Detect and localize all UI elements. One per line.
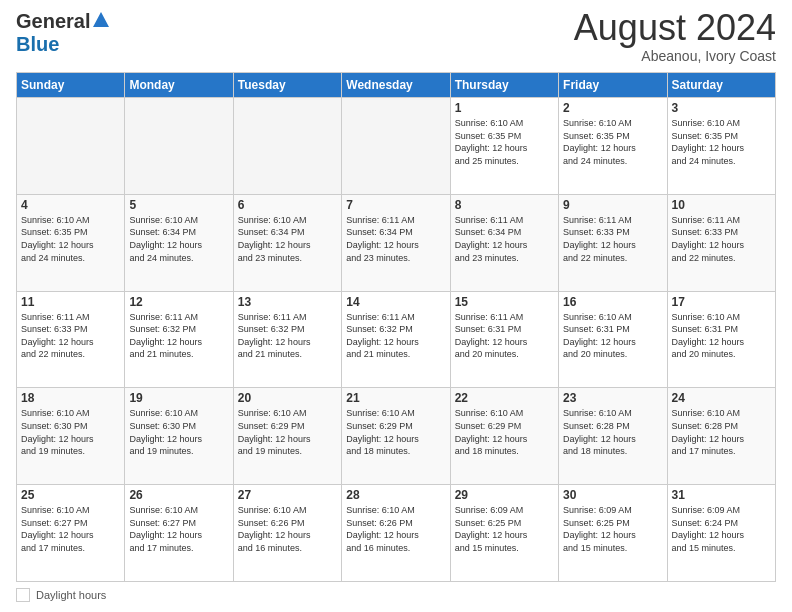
day-info: Sunrise: 6:11 AM Sunset: 6:34 PM Dayligh… bbox=[455, 214, 554, 264]
day-info: Sunrise: 6:10 AM Sunset: 6:29 PM Dayligh… bbox=[346, 407, 445, 457]
table-row: 1Sunrise: 6:10 AM Sunset: 6:35 PM Daylig… bbox=[450, 98, 558, 195]
table-row: 27Sunrise: 6:10 AM Sunset: 6:26 PM Dayli… bbox=[233, 485, 341, 582]
day-info: Sunrise: 6:10 AM Sunset: 6:30 PM Dayligh… bbox=[129, 407, 228, 457]
table-row: 16Sunrise: 6:10 AM Sunset: 6:31 PM Dayli… bbox=[559, 291, 667, 388]
day-number: 27 bbox=[238, 488, 337, 502]
table-row: 24Sunrise: 6:10 AM Sunset: 6:28 PM Dayli… bbox=[667, 388, 775, 485]
day-info: Sunrise: 6:10 AM Sunset: 6:31 PM Dayligh… bbox=[672, 311, 771, 361]
day-info: Sunrise: 6:10 AM Sunset: 6:26 PM Dayligh… bbox=[238, 504, 337, 554]
day-info: Sunrise: 6:11 AM Sunset: 6:34 PM Dayligh… bbox=[346, 214, 445, 264]
table-row: 6Sunrise: 6:10 AM Sunset: 6:34 PM Daylig… bbox=[233, 194, 341, 291]
day-number: 20 bbox=[238, 391, 337, 405]
logo-row1: General bbox=[16, 10, 110, 33]
day-info: Sunrise: 6:11 AM Sunset: 6:33 PM Dayligh… bbox=[563, 214, 662, 264]
day-number: 7 bbox=[346, 198, 445, 212]
day-number: 19 bbox=[129, 391, 228, 405]
day-number: 13 bbox=[238, 295, 337, 309]
table-row: 15Sunrise: 6:11 AM Sunset: 6:31 PM Dayli… bbox=[450, 291, 558, 388]
table-row bbox=[125, 98, 233, 195]
day-info: Sunrise: 6:09 AM Sunset: 6:25 PM Dayligh… bbox=[455, 504, 554, 554]
table-row: 21Sunrise: 6:10 AM Sunset: 6:29 PM Dayli… bbox=[342, 388, 450, 485]
col-saturday: Saturday bbox=[667, 73, 775, 98]
col-friday: Friday bbox=[559, 73, 667, 98]
day-number: 6 bbox=[238, 198, 337, 212]
day-number: 5 bbox=[129, 198, 228, 212]
day-info: Sunrise: 6:10 AM Sunset: 6:35 PM Dayligh… bbox=[21, 214, 120, 264]
day-info: Sunrise: 6:10 AM Sunset: 6:35 PM Dayligh… bbox=[672, 117, 771, 167]
day-number: 8 bbox=[455, 198, 554, 212]
day-number: 4 bbox=[21, 198, 120, 212]
day-info: Sunrise: 6:11 AM Sunset: 6:31 PM Dayligh… bbox=[455, 311, 554, 361]
day-info: Sunrise: 6:10 AM Sunset: 6:27 PM Dayligh… bbox=[129, 504, 228, 554]
day-number: 16 bbox=[563, 295, 662, 309]
day-info: Sunrise: 6:11 AM Sunset: 6:32 PM Dayligh… bbox=[346, 311, 445, 361]
day-info: Sunrise: 6:11 AM Sunset: 6:33 PM Dayligh… bbox=[21, 311, 120, 361]
table-row bbox=[17, 98, 125, 195]
logo: General Blue bbox=[16, 10, 110, 56]
day-info: Sunrise: 6:11 AM Sunset: 6:32 PM Dayligh… bbox=[129, 311, 228, 361]
footer-box bbox=[16, 588, 30, 602]
day-info: Sunrise: 6:10 AM Sunset: 6:27 PM Dayligh… bbox=[21, 504, 120, 554]
calendar-table: Sunday Monday Tuesday Wednesday Thursday… bbox=[16, 72, 776, 582]
day-number: 31 bbox=[672, 488, 771, 502]
logo-row2: Blue bbox=[16, 33, 59, 56]
table-row bbox=[342, 98, 450, 195]
table-row: 25Sunrise: 6:10 AM Sunset: 6:27 PM Dayli… bbox=[17, 485, 125, 582]
day-info: Sunrise: 6:10 AM Sunset: 6:26 PM Dayligh… bbox=[346, 504, 445, 554]
table-row: 4Sunrise: 6:10 AM Sunset: 6:35 PM Daylig… bbox=[17, 194, 125, 291]
day-number: 26 bbox=[129, 488, 228, 502]
day-number: 1 bbox=[455, 101, 554, 115]
table-row: 22Sunrise: 6:10 AM Sunset: 6:29 PM Dayli… bbox=[450, 388, 558, 485]
table-row: 29Sunrise: 6:09 AM Sunset: 6:25 PM Dayli… bbox=[450, 485, 558, 582]
day-number: 10 bbox=[672, 198, 771, 212]
table-row: 5Sunrise: 6:10 AM Sunset: 6:34 PM Daylig… bbox=[125, 194, 233, 291]
day-number: 9 bbox=[563, 198, 662, 212]
day-info: Sunrise: 6:10 AM Sunset: 6:29 PM Dayligh… bbox=[238, 407, 337, 457]
logo-icon bbox=[92, 11, 110, 29]
day-number: 25 bbox=[21, 488, 120, 502]
footer: Daylight hours bbox=[16, 588, 776, 602]
calendar-week-row: 25Sunrise: 6:10 AM Sunset: 6:27 PM Dayli… bbox=[17, 485, 776, 582]
calendar-week-row: 1Sunrise: 6:10 AM Sunset: 6:35 PM Daylig… bbox=[17, 98, 776, 195]
col-thursday: Thursday bbox=[450, 73, 558, 98]
table-row: 2Sunrise: 6:10 AM Sunset: 6:35 PM Daylig… bbox=[559, 98, 667, 195]
day-number: 18 bbox=[21, 391, 120, 405]
col-tuesday: Tuesday bbox=[233, 73, 341, 98]
logo-general: General bbox=[16, 10, 90, 33]
day-number: 30 bbox=[563, 488, 662, 502]
day-number: 2 bbox=[563, 101, 662, 115]
calendar-week-row: 18Sunrise: 6:10 AM Sunset: 6:30 PM Dayli… bbox=[17, 388, 776, 485]
day-info: Sunrise: 6:10 AM Sunset: 6:30 PM Dayligh… bbox=[21, 407, 120, 457]
calendar-header-row: Sunday Monday Tuesday Wednesday Thursday… bbox=[17, 73, 776, 98]
header: General Blue August 2024 Abeanou, Ivory … bbox=[16, 10, 776, 64]
day-info: Sunrise: 6:10 AM Sunset: 6:31 PM Dayligh… bbox=[563, 311, 662, 361]
day-number: 28 bbox=[346, 488, 445, 502]
day-info: Sunrise: 6:10 AM Sunset: 6:28 PM Dayligh… bbox=[563, 407, 662, 457]
day-number: 22 bbox=[455, 391, 554, 405]
table-row: 28Sunrise: 6:10 AM Sunset: 6:26 PM Dayli… bbox=[342, 485, 450, 582]
col-sunday: Sunday bbox=[17, 73, 125, 98]
table-row: 3Sunrise: 6:10 AM Sunset: 6:35 PM Daylig… bbox=[667, 98, 775, 195]
location: Abeanou, Ivory Coast bbox=[574, 48, 776, 64]
day-number: 23 bbox=[563, 391, 662, 405]
table-row: 13Sunrise: 6:11 AM Sunset: 6:32 PM Dayli… bbox=[233, 291, 341, 388]
day-info: Sunrise: 6:10 AM Sunset: 6:28 PM Dayligh… bbox=[672, 407, 771, 457]
table-row: 20Sunrise: 6:10 AM Sunset: 6:29 PM Dayli… bbox=[233, 388, 341, 485]
calendar-week-row: 11Sunrise: 6:11 AM Sunset: 6:33 PM Dayli… bbox=[17, 291, 776, 388]
day-info: Sunrise: 6:11 AM Sunset: 6:33 PM Dayligh… bbox=[672, 214, 771, 264]
day-info: Sunrise: 6:09 AM Sunset: 6:24 PM Dayligh… bbox=[672, 504, 771, 554]
table-row: 18Sunrise: 6:10 AM Sunset: 6:30 PM Dayli… bbox=[17, 388, 125, 485]
table-row: 11Sunrise: 6:11 AM Sunset: 6:33 PM Dayli… bbox=[17, 291, 125, 388]
day-number: 3 bbox=[672, 101, 771, 115]
col-monday: Monday bbox=[125, 73, 233, 98]
table-row: 9Sunrise: 6:11 AM Sunset: 6:33 PM Daylig… bbox=[559, 194, 667, 291]
day-info: Sunrise: 6:10 AM Sunset: 6:35 PM Dayligh… bbox=[455, 117, 554, 167]
title-block: August 2024 Abeanou, Ivory Coast bbox=[574, 10, 776, 64]
day-number: 15 bbox=[455, 295, 554, 309]
table-row: 30Sunrise: 6:09 AM Sunset: 6:25 PM Dayli… bbox=[559, 485, 667, 582]
table-row: 19Sunrise: 6:10 AM Sunset: 6:30 PM Dayli… bbox=[125, 388, 233, 485]
day-number: 21 bbox=[346, 391, 445, 405]
table-row: 12Sunrise: 6:11 AM Sunset: 6:32 PM Dayli… bbox=[125, 291, 233, 388]
day-number: 11 bbox=[21, 295, 120, 309]
page: General Blue August 2024 Abeanou, Ivory … bbox=[0, 0, 792, 612]
